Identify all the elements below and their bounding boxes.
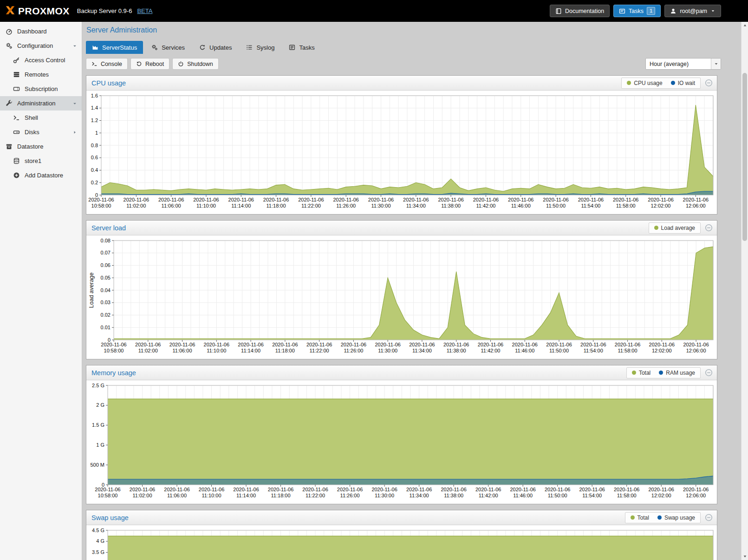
svg-text:1.2: 1.2 bbox=[91, 117, 98, 123]
plus-circle-icon bbox=[13, 172, 20, 179]
sidebar-item-disks[interactable]: Disks bbox=[0, 125, 82, 139]
button-label: Reboot bbox=[145, 61, 164, 67]
tasks-button[interactable]: Tasks 1 bbox=[613, 5, 661, 17]
svg-text:2020-11-06: 2020-11-06 bbox=[580, 342, 606, 347]
svg-text:11:58:00: 11:58:00 bbox=[618, 348, 637, 353]
panel-header: Server loadLoad average bbox=[86, 221, 717, 235]
panel-server-load: Server loadLoad average00.010.020.030.04… bbox=[86, 220, 717, 359]
svg-text:11:38:00: 11:38:00 bbox=[444, 493, 463, 498]
sidebar-item-shell[interactable]: Shell bbox=[0, 111, 82, 125]
svg-text:11:54:00: 11:54:00 bbox=[584, 348, 603, 353]
list-icon bbox=[246, 44, 253, 51]
panel-title: Swap usage bbox=[91, 514, 129, 521]
proxmox-x-icon bbox=[5, 5, 16, 17]
sidebar-item-datastore[interactable]: Datastore bbox=[0, 139, 82, 154]
svg-text:Load average: Load average bbox=[88, 273, 95, 308]
scrollbar-up-arrow[interactable] bbox=[741, 22, 748, 29]
scrollbar-thumb[interactable] bbox=[742, 73, 747, 241]
chevron-down-icon[interactable] bbox=[72, 101, 78, 106]
wrench-icon bbox=[6, 100, 13, 107]
tab-serverstatus[interactable]: ServerStatus bbox=[86, 41, 143, 54]
svg-text:11:58:00: 11:58:00 bbox=[616, 203, 636, 208]
reboot-button[interactable]: Reboot bbox=[130, 58, 169, 70]
sidebar-item-dashboard[interactable]: Dashboard bbox=[0, 24, 82, 39]
power-icon bbox=[178, 61, 184, 67]
sidebar-item-administration[interactable]: Administration bbox=[0, 96, 82, 111]
svg-text:2020-11-06: 2020-11-06 bbox=[101, 342, 126, 347]
svg-text:11:34:00: 11:34:00 bbox=[406, 203, 426, 208]
chart-area-icon bbox=[92, 44, 98, 51]
timeframe-select[interactable]: Hour (average) bbox=[645, 58, 721, 70]
beta-link[interactable]: BETA bbox=[137, 7, 152, 14]
svg-text:2020-11-06: 2020-11-06 bbox=[263, 197, 289, 202]
tab-updates[interactable]: Updates bbox=[193, 41, 238, 54]
tasks-count-badge: 1 bbox=[647, 7, 655, 15]
svg-text:0.01: 0.01 bbox=[101, 325, 111, 330]
svg-text:11:18:00: 11:18:00 bbox=[267, 203, 286, 208]
sidebar-item-subscription[interactable]: Subscription bbox=[0, 82, 82, 96]
panel-header: Swap usageTotalSwap usage bbox=[86, 510, 717, 525]
svg-text:0.02: 0.02 bbox=[101, 312, 111, 318]
tab-tasks[interactable]: Tasks bbox=[283, 41, 320, 54]
undo-icon bbox=[136, 61, 142, 67]
svg-text:11:02:00: 11:02:00 bbox=[133, 493, 152, 498]
svg-text:2020-11-06: 2020-11-06 bbox=[438, 197, 463, 202]
svg-text:11:10:00: 11:10:00 bbox=[196, 203, 216, 208]
panel-body: 0500 M1 G1.5 G2 G2.5 G3 G3.5 G4 G4.5 G20… bbox=[86, 525, 717, 560]
documentation-button[interactable]: Documentation bbox=[550, 5, 610, 17]
svg-text:0.06: 0.06 bbox=[101, 262, 111, 268]
svg-text:2020-11-06: 2020-11-06 bbox=[546, 342, 572, 347]
sidebar-item-remotes[interactable]: Remotes bbox=[0, 67, 82, 82]
svg-text:2020-11-06: 2020-11-06 bbox=[124, 197, 149, 202]
sidebar-item-label: Dashboard bbox=[17, 28, 47, 35]
svg-text:11:22:00: 11:22:00 bbox=[310, 348, 329, 353]
svg-text:2020-11-06: 2020-11-06 bbox=[512, 342, 538, 347]
svg-text:2020-11-06: 2020-11-06 bbox=[233, 487, 259, 492]
sidebar-item-configuration[interactable]: Configuration bbox=[0, 39, 82, 53]
svg-text:2020-11-06: 2020-11-06 bbox=[614, 487, 639, 492]
svg-text:11:14:00: 11:14:00 bbox=[231, 203, 251, 208]
chart-panels: CPU usageCPU usageIO wait00.20.40.60.811… bbox=[86, 75, 748, 560]
svg-text:11:06:00: 11:06:00 bbox=[173, 348, 192, 353]
svg-text:2020-11-06: 2020-11-06 bbox=[268, 487, 293, 492]
collapse-panel-button[interactable] bbox=[705, 79, 713, 87]
sidebar-item-access-control[interactable]: Access Control bbox=[0, 53, 82, 67]
svg-text:11:34:00: 11:34:00 bbox=[412, 348, 432, 353]
timeframe-value: Hour (average) bbox=[646, 59, 711, 69]
svg-text:0.04: 0.04 bbox=[101, 287, 111, 293]
user-menu-button[interactable]: root@pam bbox=[664, 5, 721, 17]
gears-icon bbox=[6, 42, 13, 49]
sidebar-item-store1[interactable]: store1 bbox=[0, 154, 82, 168]
vertical-scrollbar[interactable] bbox=[741, 22, 748, 560]
svg-text:2020-11-06: 2020-11-06 bbox=[473, 197, 499, 202]
chevron-down-icon[interactable] bbox=[72, 43, 78, 49]
main-content: Server Administration ServerStatusServic… bbox=[82, 22, 748, 560]
svg-text:2020-11-06: 2020-11-06 bbox=[613, 197, 638, 202]
collapse-panel-button[interactable] bbox=[705, 224, 713, 232]
svg-text:2020-11-06: 2020-11-06 bbox=[368, 197, 394, 202]
svg-text:11:26:00: 11:26:00 bbox=[336, 203, 356, 208]
collapse-panel-button[interactable] bbox=[705, 369, 713, 377]
chevron-right-icon[interactable] bbox=[72, 130, 78, 135]
svg-text:11:58:00: 11:58:00 bbox=[617, 493, 637, 498]
proxmox-logo[interactable]: PROXMOX bbox=[5, 5, 70, 17]
shutdown-button[interactable]: Shutdown bbox=[172, 58, 219, 70]
svg-text:2020-11-06: 2020-11-06 bbox=[333, 197, 358, 202]
console-button[interactable]: Console bbox=[86, 58, 128, 70]
tab-services[interactable]: Services bbox=[145, 41, 191, 54]
documentation-label: Documentation bbox=[565, 8, 604, 14]
legend-dot bbox=[659, 371, 663, 375]
scrollbar-down-arrow[interactable] bbox=[741, 553, 748, 560]
collapse-panel-button[interactable] bbox=[705, 514, 713, 521]
tab-syslog[interactable]: Syslog bbox=[240, 41, 280, 54]
svg-text:11:50:00: 11:50:00 bbox=[546, 203, 566, 208]
svg-text:4.5 G: 4.5 G bbox=[92, 527, 104, 533]
tab-label: Services bbox=[162, 44, 185, 51]
svg-text:11:14:00: 11:14:00 bbox=[241, 348, 260, 353]
archive-icon bbox=[6, 143, 13, 150]
svg-text:12:02:00: 12:02:00 bbox=[651, 493, 671, 498]
panel-cpu-usage: CPU usageCPU usageIO wait00.20.40.60.811… bbox=[86, 75, 717, 215]
tab-label: Updates bbox=[209, 44, 232, 51]
sidebar-item-add-datastore[interactable]: Add Datastore bbox=[0, 168, 82, 182]
button-label: Shutdown bbox=[187, 61, 213, 67]
